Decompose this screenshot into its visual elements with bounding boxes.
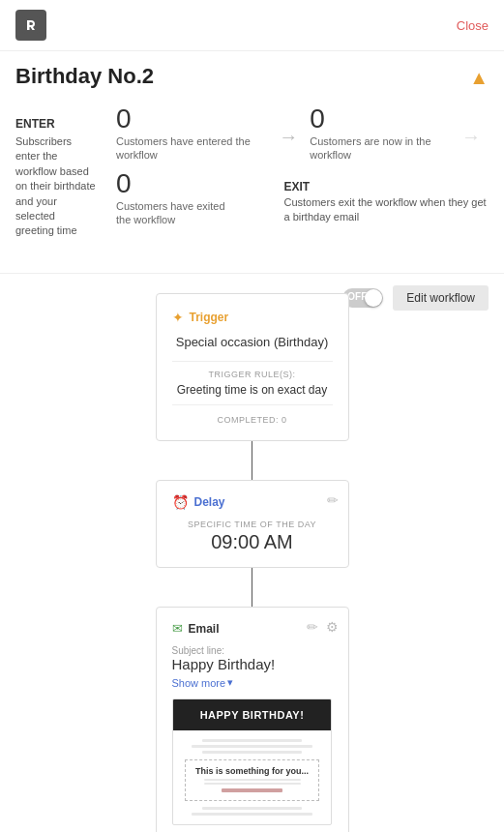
main-content: Status: OFF Edit workflow ✦ Trigger Spec… — [0, 285, 504, 832]
exited-label: Customers have exited the workflow — [116, 199, 241, 227]
trigger-label: Trigger — [190, 311, 229, 324]
email-envelope-icon: ✉ — [172, 621, 183, 636]
email-edit-icon[interactable]: ✏ — [307, 619, 318, 635]
email-settings-icon[interactable]: ⚙ — [326, 619, 339, 635]
stats-section: 0 Customers have entered the workflow → … — [116, 89, 504, 251]
email-preview-body: This is something for you... — [173, 730, 331, 824]
preview-box-line-2 — [204, 783, 301, 785]
subject-line-value: Happy Birthday! — [172, 656, 333, 672]
preview-box-line-1 — [204, 779, 301, 781]
subject-line-label: Subject line: — [172, 645, 333, 656]
preview-gift-box: This is something for you... — [185, 759, 319, 801]
entered-count: 0 — [116, 104, 132, 134]
exit-desc: Customers exit the workflow when they ge… — [283, 195, 489, 225]
toggle-container[interactable]: OFF — [342, 288, 383, 308]
trigger-block: ✦ Trigger Special occasion (Birthday) TR… — [156, 293, 349, 441]
exited-count: 0 — [116, 169, 132, 199]
preview-line-4 — [202, 807, 302, 810]
enter-description: ENTER Subscribers enter the workflow bas… — [0, 109, 111, 247]
delay-icon: ⏰ — [172, 494, 189, 510]
delay-time-value: 09:00 AM — [172, 531, 333, 553]
edit-workflow-button[interactable]: Edit workflow — [393, 285, 489, 311]
trigger-rule-label: TRIGGER RULE(S): — [172, 370, 333, 379]
header: Close — [0, 0, 504, 51]
entered-label: Customers have entered the workflow — [116, 134, 267, 163]
in-workflow-label: Customers are now in the workflow — [310, 134, 450, 163]
exit-title: EXIT — [283, 180, 489, 193]
connector-2 — [252, 568, 252, 607]
exited-stat: 0 Customers have exited the workflow — [116, 169, 241, 226]
entered-stats-row: 0 Customers have entered the workflow → … — [116, 104, 489, 162]
preview-line-1 — [202, 739, 302, 742]
enter-title: ENTER — [15, 117, 96, 131]
chevron-down-icon: ▾ — [227, 676, 233, 689]
delay-label: Delay — [194, 495, 225, 509]
trigger-title: Special occasion (Birthday) — [172, 335, 333, 349]
entered-stat: 0 Customers have entered the workflow — [116, 104, 267, 162]
page-title: Birthday No.2 — [15, 64, 154, 89]
delay-header: ⏰ Delay — [172, 494, 333, 510]
email-block: ✉ Email ✏ ⚙ Subject line: Happy Birthday… — [156, 607, 349, 832]
preview-cta-button — [222, 788, 282, 792]
trigger-divider — [172, 361, 333, 362]
trigger-rule-value: Greeting time is on exact day — [172, 383, 333, 397]
arrow-right-icon: → — [271, 126, 306, 148]
trigger-header: ✦ Trigger — [172, 310, 333, 325]
in-workflow-stat: 0 Customers are now in the workflow — [310, 104, 450, 162]
delay-edit-icon[interactable]: ✏ — [327, 492, 339, 508]
email-action-icons: ✏ ⚙ — [307, 619, 339, 635]
email-label: Email — [189, 622, 220, 636]
title-row: Birthday No.2 ▲ — [0, 51, 504, 89]
preview-line-2 — [192, 745, 312, 748]
status-toggle[interactable]: OFF — [342, 288, 383, 308]
show-more-text: Show more — [172, 677, 226, 689]
toggle-knob — [365, 289, 382, 307]
person-icon: ▲ — [469, 67, 489, 89]
exited-stats-row: 0 Customers have exited the workflow EXI… — [116, 169, 489, 226]
preview-line-3 — [202, 751, 302, 754]
show-more-link[interactable]: Show more ▾ — [172, 676, 333, 689]
email-preview-header: HAPPY BIRTHDAY! — [173, 699, 331, 730]
email-preview: HAPPY BIRTHDAY! This is something for yo… — [172, 698, 332, 825]
in-workflow-count: 0 — [310, 104, 325, 134]
arrow-right-icon-2: → — [454, 126, 489, 148]
delay-time-label: SPECIFIC TIME OF THE DAY — [172, 520, 333, 529]
top-section: Birthday No.2 ▲ ENTER Subscribers enter … — [0, 51, 504, 274]
enter-text: Subscribers enter the workflow based on … — [15, 134, 96, 239]
trigger-divider-2 — [172, 404, 333, 405]
trigger-completed: COMPLETED: 0 — [172, 415, 333, 425]
preview-box-title: This is something for you... — [192, 766, 312, 776]
toggle-off-label: OFF — [347, 291, 367, 302]
preview-line-5 — [192, 813, 312, 816]
app-logo — [15, 10, 46, 41]
workflow-area: ✦ Trigger Special occasion (Birthday) TR… — [15, 285, 489, 832]
trigger-icon: ✦ — [172, 310, 184, 325]
connector-1 — [252, 441, 252, 480]
delay-block: ⏰ Delay ✏ SPECIFIC TIME OF THE DAY 09:00… — [156, 480, 349, 568]
exit-block: EXIT Customers exit the workflow when th… — [283, 180, 489, 225]
close-button[interactable]: Close — [457, 18, 489, 33]
